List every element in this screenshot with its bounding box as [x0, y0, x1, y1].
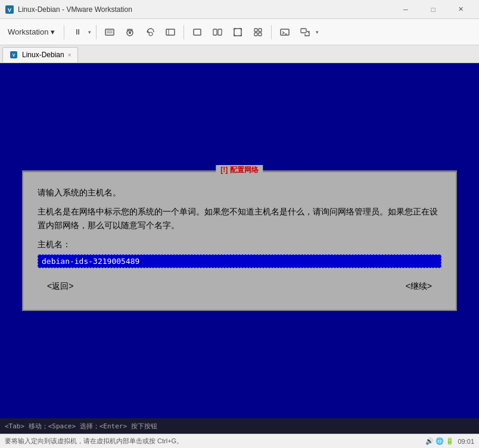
svg-rect-15: [234, 29, 241, 36]
unity-button[interactable]: [248, 23, 268, 42]
svg-rect-12: [194, 29, 201, 35]
minimize-button[interactable]: ─: [392, 0, 419, 19]
send-ctrlaltdel-button[interactable]: [100, 23, 119, 42]
vm-display-area[interactable]: [!] 配置网络 请输入系统的主机名。 主机名是在网络中标示您的系统的一个单词。…: [0, 63, 479, 418]
svg-rect-14: [218, 29, 222, 35]
pause-group: ⏸ ▾: [68, 23, 92, 42]
toolbar-separator-2: [96, 25, 97, 39]
vm-status-bar: <Tab> 移动；<Space> 选择；<Enter> 按下按钮: [0, 418, 479, 434]
zoom-button[interactable]: [296, 23, 315, 42]
snapshot-button[interactable]: [120, 23, 139, 42]
hostname-input[interactable]: [38, 254, 441, 268]
window-title: Linux-Debian - VMware Workstation: [18, 5, 392, 14]
svg-rect-22: [301, 29, 306, 33]
svg-rect-18: [254, 33, 257, 36]
tab-vm-icon: V: [9, 50, 18, 60]
svg-rect-16: [254, 29, 257, 32]
svg-rect-2: [105, 29, 114, 35]
workstation-menu[interactable]: Workstation ▾: [2, 24, 60, 39]
svg-text:V: V: [13, 53, 15, 57]
svg-rect-17: [259, 29, 262, 32]
hostname-input-row: [38, 254, 441, 268]
dialog-title: [!] 配置网络: [216, 165, 263, 175]
dialog-buttons: <返回> <继续>: [38, 278, 441, 295]
vmware-icon: V: [5, 5, 14, 14]
workstation-label: Workstation: [8, 27, 48, 36]
revert-button[interactable]: [141, 23, 160, 42]
zoom-dropdown-arrow[interactable]: ▾: [315, 29, 320, 35]
tab-label: Linux-Debian: [22, 51, 64, 59]
svg-text:V: V: [8, 7, 11, 13]
hostname-label: 主机名：: [38, 238, 441, 251]
back-button[interactable]: <返回>: [42, 280, 78, 293]
dialog-para1: 请输入系统的主机名。: [38, 186, 441, 199]
continue-button[interactable]: <继续>: [401, 280, 437, 293]
taskbar: 要将输入定向到该虚拟机，请在虚拟机内部单击或按 Ctrl+G。 🔊 🌐 🔋 09…: [0, 434, 479, 448]
svg-rect-10: [166, 29, 175, 35]
status-text: <Tab> 移动；<Space> 选择；<Enter> 按下按钮: [5, 422, 157, 431]
close-button[interactable]: ✕: [447, 0, 474, 19]
svg-rect-13: [213, 29, 217, 35]
zoom-group: ▾: [296, 23, 320, 42]
window-controls: ─ □ ✕: [392, 0, 474, 19]
toolbar-separator-3: [183, 25, 184, 39]
toolbar-separator-4: [271, 25, 272, 39]
fullscreen-button[interactable]: [228, 23, 247, 42]
tab-close-button[interactable]: ×: [68, 52, 71, 58]
dialog-para2: 主机名是在网络中标示您的系统的一个单词。如果您不知道主机名是什么，请询问网络管理…: [38, 205, 441, 232]
view-split-button[interactable]: [208, 23, 227, 42]
clock: 09:01: [458, 438, 474, 445]
taskbar-hint: 要将输入定向到该虚拟机，请在虚拟机内部单击或按 Ctrl+G。: [5, 437, 183, 446]
vm-tab[interactable]: V Linux-Debian ×: [2, 47, 78, 63]
network-config-dialog: [!] 配置网络 请输入系统的主机名。 主机名是在网络中标示您的系统的一个单词。…: [22, 170, 457, 312]
system-icons: 🔊 🌐 🔋: [425, 437, 454, 445]
svg-point-7: [129, 32, 131, 34]
dialog-content: 请输入系统的主机名。 主机名是在网络中标示您的系统的一个单词。如果您不知道主机名…: [33, 181, 446, 301]
title-bar: V Linux-Debian - VMware Workstation ─ □ …: [0, 0, 479, 19]
toolbar: Workstation ▾ ⏸ ▾: [0, 19, 479, 45]
workstation-dropdown-arrow: ▾: [51, 27, 55, 36]
tab-bar: V Linux-Debian ×: [0, 45, 479, 63]
pause-dropdown-arrow[interactable]: ▾: [87, 29, 92, 35]
svg-rect-19: [259, 33, 262, 36]
vm-settings-button[interactable]: [161, 23, 180, 42]
pause-button[interactable]: ⏸: [68, 23, 87, 42]
svg-point-9: [149, 32, 153, 36]
taskbar-right: 🔊 🌐 🔋 09:01: [425, 437, 474, 445]
toolbar-separator-1: [64, 25, 64, 39]
view-single-button[interactable]: [188, 23, 207, 42]
maximize-button[interactable]: □: [419, 0, 447, 19]
console-button[interactable]: [275, 23, 294, 42]
